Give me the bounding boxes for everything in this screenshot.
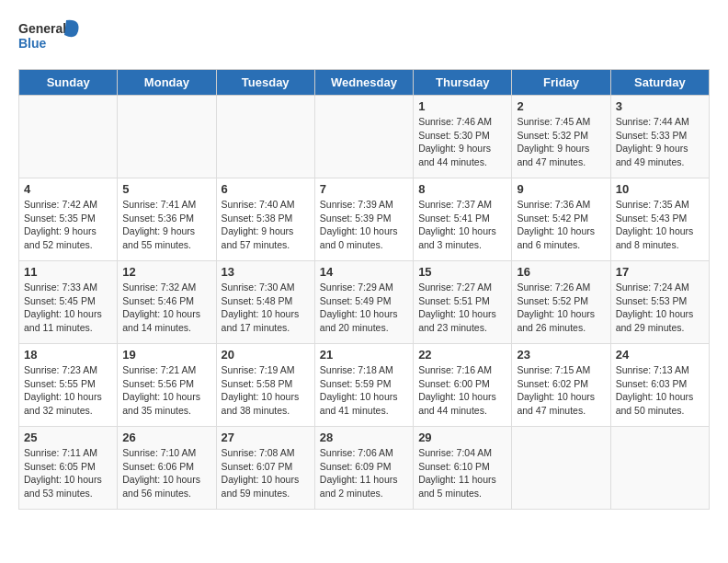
day-info: Sunrise: 7:29 AMSunset: 5:49 PMDaylight:… (320, 281, 408, 335)
table-cell: 24Sunrise: 7:13 AMSunset: 6:03 PMDayligh… (610, 344, 709, 427)
day-number: 9 (517, 182, 605, 196)
table-cell (118, 96, 216, 178)
table-cell: 21Sunrise: 7:18 AMSunset: 5:59 PMDayligh… (314, 344, 413, 427)
day-number: 6 (222, 182, 310, 196)
day-info: Sunrise: 7:37 AMSunset: 5:41 PMDaylight:… (418, 198, 506, 252)
day-info: Sunrise: 7:36 AMSunset: 5:42 PMDaylight:… (517, 198, 605, 252)
day-info: Sunrise: 7:11 AMSunset: 6:05 PMDaylight:… (24, 446, 112, 500)
table-cell: 22Sunrise: 7:16 AMSunset: 6:00 PMDayligh… (414, 344, 512, 427)
day-info: Sunrise: 7:06 AMSunset: 6:09 PMDaylight:… (320, 446, 408, 500)
day-number: 4 (24, 182, 112, 196)
day-number: 19 (122, 348, 210, 362)
day-number: 22 (418, 348, 506, 362)
week-row-1: 1Sunrise: 7:46 AMSunset: 5:30 PMDaylight… (19, 96, 710, 178)
calendar-table: SundayMondayTuesdayWednesdayThursdayFrid… (18, 69, 710, 510)
table-cell: 4Sunrise: 7:42 AMSunset: 5:35 PMDaylight… (19, 178, 118, 261)
table-cell: 13Sunrise: 7:30 AMSunset: 5:48 PMDayligh… (216, 261, 314, 344)
table-cell: 10Sunrise: 7:35 AMSunset: 5:43 PMDayligh… (610, 178, 709, 261)
week-row-4: 18Sunrise: 7:23 AMSunset: 5:55 PMDayligh… (19, 344, 710, 427)
day-number: 12 (122, 265, 210, 279)
day-number: 15 (418, 265, 506, 279)
table-cell (314, 96, 413, 178)
svg-text:Blue: Blue (18, 36, 47, 51)
table-cell: 5Sunrise: 7:41 AMSunset: 5:36 PMDaylight… (118, 178, 216, 261)
table-cell: 7Sunrise: 7:39 AMSunset: 5:39 PMDaylight… (314, 178, 413, 261)
table-cell: 11Sunrise: 7:33 AMSunset: 5:45 PMDayligh… (19, 261, 118, 344)
day-number: 10 (616, 182, 704, 196)
logo: General Blue (18, 18, 83, 60)
day-info: Sunrise: 7:21 AMSunset: 5:56 PMDaylight:… (122, 363, 210, 418)
day-number: 21 (320, 348, 408, 362)
day-number: 8 (418, 182, 506, 196)
day-info: Sunrise: 7:04 AMSunset: 6:10 PMDaylight:… (418, 446, 506, 500)
day-number: 3 (616, 99, 704, 113)
day-number: 24 (616, 348, 704, 362)
table-cell: 17Sunrise: 7:24 AMSunset: 5:53 PMDayligh… (610, 261, 709, 344)
day-info: Sunrise: 7:32 AMSunset: 5:46 PMDaylight:… (122, 281, 210, 335)
table-cell: 3Sunrise: 7:44 AMSunset: 5:33 PMDaylight… (610, 96, 709, 178)
day-number: 5 (122, 182, 210, 196)
weekday-header-monday: Monday (118, 70, 216, 96)
table-cell: 2Sunrise: 7:45 AMSunset: 5:32 PMDaylight… (512, 96, 610, 178)
svg-text:General: General (18, 21, 66, 36)
table-cell: 1Sunrise: 7:46 AMSunset: 5:30 PMDaylight… (414, 96, 512, 178)
day-number: 13 (222, 265, 310, 279)
week-row-3: 11Sunrise: 7:33 AMSunset: 5:45 PMDayligh… (19, 261, 710, 344)
day-info: Sunrise: 7:39 AMSunset: 5:39 PMDaylight:… (320, 198, 408, 252)
day-number: 2 (517, 99, 605, 113)
table-cell: 27Sunrise: 7:08 AMSunset: 6:07 PMDayligh… (216, 427, 314, 510)
day-info: Sunrise: 7:30 AMSunset: 5:48 PMDaylight:… (222, 281, 310, 335)
table-cell: 29Sunrise: 7:04 AMSunset: 6:10 PMDayligh… (414, 427, 512, 510)
week-row-2: 4Sunrise: 7:42 AMSunset: 5:35 PMDaylight… (19, 178, 710, 261)
day-info: Sunrise: 7:24 AMSunset: 5:53 PMDaylight:… (616, 281, 704, 335)
weekday-header-friday: Friday (512, 70, 610, 96)
table-cell: 8Sunrise: 7:37 AMSunset: 5:41 PMDaylight… (414, 178, 512, 261)
day-number: 29 (418, 431, 506, 444)
table-cell (610, 427, 709, 510)
weekday-header-thursday: Thursday (414, 70, 512, 96)
header: General Blue (18, 18, 710, 60)
day-info: Sunrise: 7:18 AMSunset: 5:59 PMDaylight:… (320, 363, 408, 418)
day-info: Sunrise: 7:16 AMSunset: 6:00 PMDaylight:… (418, 363, 506, 418)
day-info: Sunrise: 7:45 AMSunset: 5:32 PMDaylight:… (517, 115, 605, 169)
day-number: 11 (24, 265, 112, 279)
table-cell: 26Sunrise: 7:10 AMSunset: 6:06 PMDayligh… (118, 427, 216, 510)
day-number: 28 (320, 431, 408, 444)
table-cell: 15Sunrise: 7:27 AMSunset: 5:51 PMDayligh… (414, 261, 512, 344)
day-number: 16 (517, 265, 605, 279)
table-cell: 9Sunrise: 7:36 AMSunset: 5:42 PMDaylight… (512, 178, 610, 261)
day-number: 27 (222, 431, 310, 444)
day-info: Sunrise: 7:40 AMSunset: 5:38 PMDaylight:… (222, 198, 310, 252)
day-info: Sunrise: 7:23 AMSunset: 5:55 PMDaylight:… (24, 363, 112, 418)
day-info: Sunrise: 7:15 AMSunset: 6:02 PMDaylight:… (517, 363, 605, 418)
table-cell: 23Sunrise: 7:15 AMSunset: 6:02 PMDayligh… (512, 344, 610, 427)
logo-svg: General Blue (18, 18, 83, 60)
day-info: Sunrise: 7:42 AMSunset: 5:35 PMDaylight:… (24, 198, 112, 252)
day-info: Sunrise: 7:27 AMSunset: 5:51 PMDaylight:… (418, 281, 506, 335)
day-info: Sunrise: 7:41 AMSunset: 5:36 PMDaylight:… (122, 198, 210, 252)
day-info: Sunrise: 7:35 AMSunset: 5:43 PMDaylight:… (616, 198, 704, 252)
table-cell: 16Sunrise: 7:26 AMSunset: 5:52 PMDayligh… (512, 261, 610, 344)
table-cell: 19Sunrise: 7:21 AMSunset: 5:56 PMDayligh… (118, 344, 216, 427)
day-info: Sunrise: 7:08 AMSunset: 6:07 PMDaylight:… (222, 446, 310, 500)
day-info: Sunrise: 7:44 AMSunset: 5:33 PMDaylight:… (616, 115, 704, 169)
week-row-5: 25Sunrise: 7:11 AMSunset: 6:05 PMDayligh… (19, 427, 710, 510)
table-cell: 12Sunrise: 7:32 AMSunset: 5:46 PMDayligh… (118, 261, 216, 344)
table-cell (512, 427, 610, 510)
day-number: 20 (222, 348, 310, 362)
day-number: 7 (320, 182, 408, 196)
table-cell: 25Sunrise: 7:11 AMSunset: 6:05 PMDayligh… (19, 427, 118, 510)
day-number: 23 (517, 348, 605, 362)
table-cell: 18Sunrise: 7:23 AMSunset: 5:55 PMDayligh… (19, 344, 118, 427)
day-number: 17 (616, 265, 704, 279)
day-number: 1 (418, 99, 506, 113)
table-cell: 6Sunrise: 7:40 AMSunset: 5:38 PMDaylight… (216, 178, 314, 261)
table-cell: 14Sunrise: 7:29 AMSunset: 5:49 PMDayligh… (314, 261, 413, 344)
day-info: Sunrise: 7:26 AMSunset: 5:52 PMDaylight:… (517, 281, 605, 335)
day-info: Sunrise: 7:33 AMSunset: 5:45 PMDaylight:… (24, 281, 112, 335)
table-cell: 28Sunrise: 7:06 AMSunset: 6:09 PMDayligh… (314, 427, 413, 510)
day-number: 18 (24, 348, 112, 362)
day-info: Sunrise: 7:13 AMSunset: 6:03 PMDaylight:… (616, 363, 704, 418)
day-number: 14 (320, 265, 408, 279)
table-cell (216, 96, 314, 178)
